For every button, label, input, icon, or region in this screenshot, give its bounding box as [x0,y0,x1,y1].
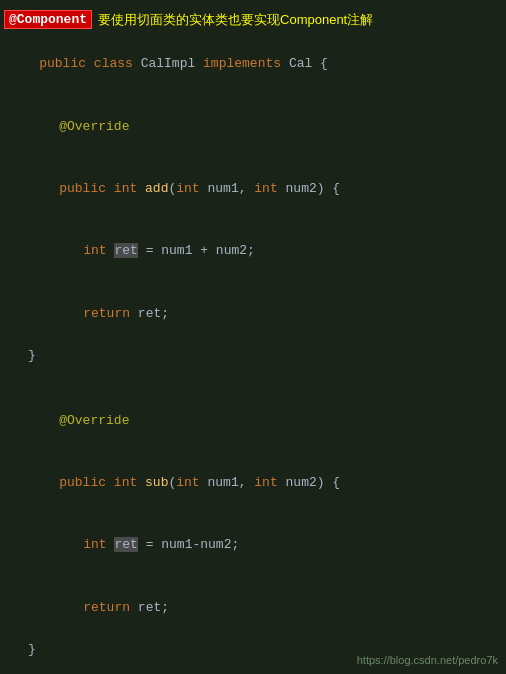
method-body-add-assign: int ret = num1 + num2; [0,220,506,282]
method-body-sub-assign: int ret = num1-num2; [0,514,506,576]
class-name: CalImpl [141,56,203,71]
method-signature-add: public int add(int num1, int num2) { [0,158,506,220]
class-declaration: public class CalImpl implements Cal { [0,33,506,95]
interface-name: Cal [289,56,320,71]
keyword-class: class [94,56,141,71]
method-body-add-return: return ret; [0,283,506,345]
method-close-add: } [0,345,506,367]
blank-1 [0,367,506,389]
override-annotation-add: @Override [0,95,506,157]
annotation-note: 要使用切面类的实体类也要实现Component注解 [98,11,373,29]
component-badge: @Component [4,10,92,29]
code-editor: @Component 要使用切面类的实体类也要实现Component注解 pub… [0,0,506,674]
keyword-public: public [39,56,94,71]
annotation-bar: @Component 要使用切面类的实体类也要实现Component注解 [0,8,506,31]
override-annotation-sub: @Override [0,389,506,451]
method-signature-sub: public int sub(int num1, int num2) { [0,452,506,514]
keyword-implements: implements [203,56,289,71]
watermark: https://blog.csdn.net/pedro7k [357,654,498,666]
method-body-sub-return: return ret; [0,577,506,639]
